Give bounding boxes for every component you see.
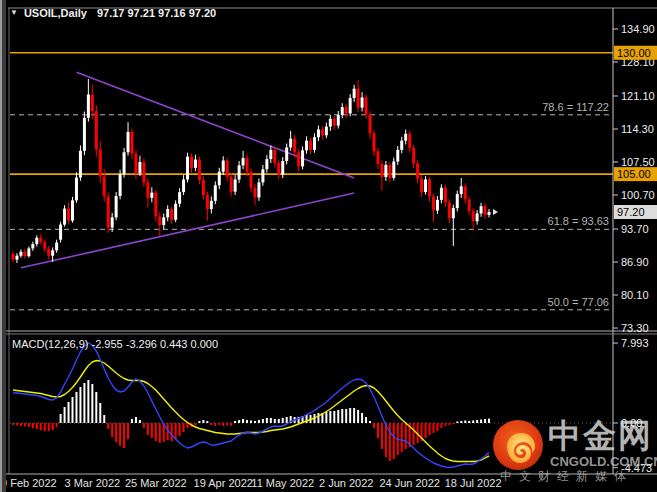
price-tick-label: 107.50: [621, 156, 655, 168]
price-tick-label: 100.70: [621, 189, 655, 201]
price-badge-label: 105.00: [617, 168, 651, 180]
date-label: 2 Jun 2022: [319, 477, 373, 489]
date-label: 9 Feb 2022: [2, 477, 57, 489]
symbol-label: USOIL,Daily: [24, 7, 87, 19]
price-tick-label: 121.10: [621, 90, 655, 102]
macd-tick-label: -4.473: [621, 462, 652, 474]
price-badge-label: 97.20: [617, 206, 645, 218]
macd-tick-label: 7.993: [621, 337, 649, 349]
chevron-down-icon[interactable]: ▼: [10, 8, 18, 17]
chart-title[interactable]: ▼USOIL,Daily97.17 97.21 97.16 97.20: [10, 7, 216, 19]
mt4-chart-window: 78.6 = 117.2261.8 = 93.6350.0 = 77.06 中金…: [0, 0, 657, 492]
date-label: 25 Mar 2022: [125, 477, 187, 489]
date-label: 3 Mar 2022: [65, 477, 121, 489]
axes-layer: 134.90128.10121.10114.30107.50100.7093.7…: [2, 0, 657, 492]
price-tick-label: 114.30: [621, 123, 654, 135]
price-tick-label: 134.90: [621, 23, 655, 35]
ohlc-readout: 97.17 97.21 97.16 97.20: [97, 7, 216, 19]
price-axis[interactable]: 134.90128.10121.10114.30107.50100.7093.7…: [613, 23, 657, 334]
price-tick-label: 73.30: [621, 322, 649, 334]
date-label: 19 Apr 2022: [194, 477, 253, 489]
macd-indicator-label: MACD(12,26,9) -2.955 -3.296 0.443 0.000: [12, 338, 218, 350]
price-tick-label: 93.70: [621, 223, 649, 235]
price-tick-label: 80.10: [621, 289, 649, 301]
price-badge-label: 130.00: [617, 47, 651, 59]
price-tick-label: 86.90: [621, 256, 649, 268]
date-label: 24 Jun 2022: [379, 477, 440, 489]
time-axis[interactable]: 9 Feb 20223 Mar 202225 Mar 202219 Apr 20…: [2, 477, 502, 489]
date-label: 11 May 2022: [251, 477, 314, 489]
date-label: 18 Jul 2022: [445, 477, 502, 489]
macd-tick-label: 0.00: [621, 417, 642, 429]
macd-axis[interactable]: 7.9930.00-4.473: [613, 337, 652, 474]
